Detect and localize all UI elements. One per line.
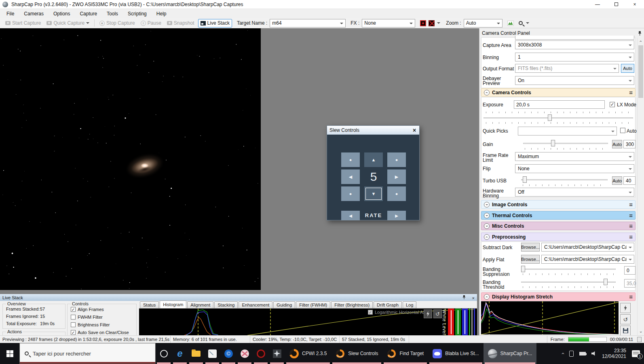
pin-icon[interactable] bbox=[462, 295, 466, 300]
app-find-target[interactable]: CPWI Find Target bbox=[382, 343, 428, 364]
close-icon[interactable]: × bbox=[472, 296, 475, 301]
tab-histogram[interactable]: Histogram bbox=[160, 301, 186, 308]
snapshot-button[interactable]: Snapshot bbox=[165, 19, 196, 28]
green-level-bar[interactable] bbox=[455, 309, 461, 336]
camera-preview-image[interactable] bbox=[0, 28, 261, 290]
chevron-down-icon[interactable] bbox=[526, 22, 529, 24]
tab-filter-brightness[interactable]: Filter (Brightness) bbox=[331, 301, 373, 308]
section-misc-controls[interactable]: › Misc Controls ≡ bbox=[481, 222, 636, 230]
hardware-binning-select[interactable]: Off bbox=[515, 188, 634, 197]
slew-up-button[interactable]: ▲ bbox=[364, 152, 383, 167]
tray-expand-icon[interactable]: › bbox=[560, 353, 566, 354]
turbo-usb-auto-button[interactable]: Auto bbox=[612, 176, 622, 185]
blue-level-bar[interactable] bbox=[462, 309, 468, 336]
reticle-overlay-icon[interactable] bbox=[429, 20, 435, 26]
zoom-select[interactable]: Auto bbox=[464, 19, 503, 28]
copyright-app-button[interactable]: © bbox=[220, 343, 236, 364]
section-menu-icon[interactable]: ≡ bbox=[629, 233, 633, 240]
apply-flat-path-select[interactable]: C:\Users\marcb\Desktop\SharpCap Capt... bbox=[541, 255, 634, 264]
gain-value-input[interactable]: 300 bbox=[623, 140, 636, 148]
phone-icon[interactable] bbox=[569, 351, 574, 357]
cortana-button[interactable] bbox=[156, 343, 172, 364]
slider-thumb[interactable] bbox=[551, 140, 555, 146]
tray-clock[interactable]: 23:35 12/04/2021 bbox=[602, 348, 626, 359]
app-slew-controls[interactable]: CPWI Slew Controls bbox=[331, 343, 382, 364]
start-button[interactable] bbox=[0, 343, 19, 364]
pause-button[interactable]: ‖ Pause bbox=[139, 19, 163, 28]
notes-app-button[interactable] bbox=[204, 343, 220, 364]
slew-right-button[interactable]: ▶ bbox=[387, 169, 406, 184]
scrollbar-thumb[interactable] bbox=[638, 45, 643, 98]
save-stretch-button[interactable] bbox=[620, 326, 631, 336]
subtract-dark-path-select[interactable]: C:\Users\marcb\Desktop\SharpCap Capt... bbox=[541, 243, 634, 252]
section-preprocessing[interactable]: › Preprocessing ≡ bbox=[481, 233, 636, 241]
menu-scripting[interactable]: Scripting bbox=[123, 9, 152, 18]
display-stretch-histogram[interactable] bbox=[481, 301, 619, 334]
lx-mode-checkbox[interactable] bbox=[610, 102, 615, 107]
expand-icon[interactable]: › bbox=[484, 202, 490, 207]
minimize-button[interactable]: — bbox=[588, 0, 607, 9]
section-menu-icon[interactable]: ≡ bbox=[629, 293, 633, 300]
menu-capture[interactable]: Capture bbox=[75, 9, 102, 18]
expand-icon[interactable]: › bbox=[484, 223, 490, 229]
taskbar-search[interactable]: Taper ici pour rechercher bbox=[19, 343, 156, 364]
banding-threshold-slider[interactable] bbox=[521, 278, 616, 286]
fx-select[interactable]: None bbox=[362, 19, 415, 28]
maximize-button[interactable] bbox=[607, 0, 625, 9]
menu-file[interactable]: File bbox=[2, 9, 19, 18]
debayer-preview-select[interactable]: On bbox=[515, 76, 634, 85]
align-frames-checkbox[interactable] bbox=[71, 307, 76, 312]
rate-decrease-button[interactable]: ◀ bbox=[341, 211, 360, 220]
tab-log[interactable]: Log bbox=[403, 301, 416, 308]
slew-nw-button[interactable]: ● bbox=[341, 152, 360, 167]
quick-picks-auto-checkbox[interactable] bbox=[620, 128, 625, 133]
app-discord[interactable]: Blabla Live St... bbox=[428, 343, 483, 364]
apply-flat-browse-button[interactable]: Browse... bbox=[521, 255, 540, 264]
tab-drift-graph[interactable]: Drift Graph bbox=[374, 301, 402, 308]
banding-suppression-value[interactable]: 0 bbox=[624, 266, 636, 275]
slew-dialog-titlebar[interactable]: Slew Controls × bbox=[327, 126, 419, 135]
log-axis-checkbox[interactable] bbox=[368, 310, 373, 315]
pin-icon[interactable] bbox=[638, 31, 642, 36]
file-explorer-button[interactable] bbox=[188, 343, 204, 364]
magnifier-tool-icon[interactable] bbox=[519, 21, 523, 25]
histogram-tool-icon[interactable] bbox=[507, 21, 514, 26]
section-display-histogram-stretch[interactable]: › Display Histogram Stretch ≡ bbox=[481, 292, 636, 301]
exposure-input[interactable]: 20,0 s bbox=[514, 100, 605, 109]
notification-center-icon[interactable]: 1 bbox=[632, 350, 640, 357]
section-menu-icon[interactable]: ≡ bbox=[629, 222, 633, 229]
output-format-select[interactable]: FITS files (*.fits) bbox=[515, 64, 619, 73]
menu-cameras[interactable]: Cameras bbox=[19, 9, 49, 18]
stop-capture-button[interactable]: ■ Stop Capture bbox=[97, 19, 137, 28]
output-format-auto-button[interactable]: Auto bbox=[621, 64, 634, 73]
expand-icon[interactable]: › bbox=[484, 213, 490, 218]
tab-stacking[interactable]: Stacking bbox=[214, 301, 238, 308]
scrolled-combo-partial[interactable] bbox=[515, 36, 634, 40]
flip-select[interactable]: None bbox=[515, 164, 634, 173]
slew-left-button[interactable]: ◀ bbox=[341, 169, 360, 184]
red-level-bar[interactable] bbox=[448, 309, 454, 336]
panel-scrollbar[interactable]: › › bbox=[637, 38, 644, 335]
target-name-input[interactable]: m64 bbox=[270, 19, 346, 28]
auto-save-checkbox[interactable] bbox=[71, 330, 76, 335]
tab-status[interactable]: Status bbox=[140, 301, 159, 308]
slider-thumb[interactable] bbox=[523, 176, 527, 183]
edge-button[interactable]: e bbox=[172, 343, 188, 364]
red-app-button[interactable] bbox=[253, 343, 269, 364]
gain-auto-button[interactable]: Auto bbox=[612, 140, 622, 148]
slew-down-button[interactable]: ▼ bbox=[364, 186, 383, 201]
snip-app-button[interactable] bbox=[236, 343, 253, 364]
slew-se-button[interactable]: ● bbox=[387, 186, 406, 201]
slider-thumb[interactable] bbox=[521, 266, 525, 272]
turbo-usb-value-input[interactable]: 40 bbox=[623, 176, 636, 185]
turbo-usb-slider[interactable] bbox=[521, 176, 608, 183]
selection-area-icon[interactable] bbox=[420, 20, 426, 26]
banding-suppression-slider[interactable] bbox=[521, 265, 616, 273]
section-menu-icon[interactable]: ≡ bbox=[629, 212, 633, 219]
subtract-dark-browse-button[interactable]: Browse... bbox=[521, 243, 540, 252]
menu-options[interactable]: Options bbox=[49, 9, 75, 18]
rate-increase-button[interactable]: ▶ bbox=[387, 211, 406, 220]
slew-close-button[interactable]: × bbox=[410, 126, 419, 134]
live-stack-button[interactable]: Live Stack bbox=[198, 19, 232, 28]
auto-stretch-button[interactable] bbox=[620, 303, 631, 313]
